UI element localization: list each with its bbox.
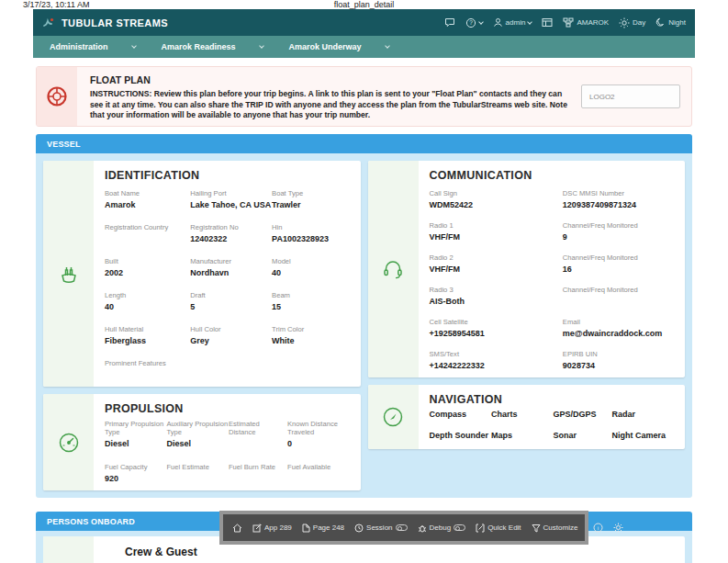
- field-value: Trawler: [272, 200, 349, 209]
- user-icon: [493, 17, 503, 28]
- alert-stripe: [37, 67, 77, 126]
- toolbar-app-label: App 289: [264, 524, 292, 532]
- builder-button[interactable]: [542, 17, 553, 28]
- field-value: 5: [190, 302, 272, 311]
- field: Night Camera: [612, 431, 674, 440]
- chevron-down-icon: [528, 19, 533, 25]
- field-label: Call Sign: [430, 189, 563, 197]
- propulsion-card: PROPULSION Primary Propulsion TypeDiesel…: [43, 394, 361, 490]
- chat-bubble-icon: [444, 17, 455, 28]
- field-label: Hailing Port: [190, 189, 272, 197]
- field-value: 12402322: [190, 234, 272, 243]
- help-icon: ?: [465, 17, 476, 28]
- field-value: [287, 474, 349, 483]
- field-value: [563, 297, 674, 306]
- nav-amarok-underway[interactable]: Amarok Underway: [276, 36, 402, 58]
- field-label: Cell Satellite: [430, 318, 563, 326]
- field-value: Diesel: [105, 439, 166, 448]
- field: Radar: [612, 410, 674, 419]
- field: ManufacturerNordhavn: [190, 257, 272, 277]
- field-label: Built: [105, 257, 190, 265]
- field-value: VHF/FM: [430, 232, 563, 242]
- propulsion-content: PROPULSION Primary Propulsion TypeDiesel…: [94, 394, 361, 490]
- identification-content: IDENTIFICATION Boat NameAmarokHailing Po…: [94, 161, 361, 387]
- toolbar-page-button[interactable]: Page 248: [302, 524, 344, 533]
- identification-title: IDENTIFICATION: [105, 169, 350, 182]
- nav-administration[interactable]: Administration: [37, 36, 149, 58]
- theme-day-button[interactable]: Day: [619, 17, 645, 28]
- theme-night-button[interactable]: Night: [655, 17, 686, 28]
- field: Radio 3AIS-Both: [430, 286, 563, 306]
- help-menu[interactable]: ?: [465, 17, 483, 28]
- vessel-section-body: IDENTIFICATION Boat NameAmarokHailing Po…: [36, 153, 692, 498]
- field-label: Registration No: [190, 223, 272, 231]
- toolbar-quick-edit-label: Quick Edit: [487, 524, 521, 532]
- field-value: 0: [287, 439, 349, 448]
- field-value: [229, 474, 287, 483]
- toolbar-app-button[interactable]: App 289: [252, 524, 292, 533]
- compass-icon: [381, 405, 405, 429]
- toolbar-session-label: Session: [366, 524, 392, 532]
- identification-fields: Boat NameAmarokHailing PortLake Tahoe, C…: [105, 189, 350, 379]
- main-nav: Administration Amarok Readiness Amarok U…: [33, 36, 695, 58]
- field: EPIRB UIN9028734: [563, 350, 674, 370]
- field-value: 9028734: [563, 361, 674, 370]
- field: Prominent Features: [105, 359, 190, 379]
- svg-text:?: ?: [469, 19, 473, 26]
- toolbar-quick-edit-button[interactable]: Quick Edit: [476, 524, 521, 533]
- brand-title: TUBULAR STREAMS: [62, 17, 168, 28]
- field-value: 2002: [105, 268, 190, 277]
- navigation-equipment-list: CompassChartsGPS/DGPSRadarDepth SounderM…: [430, 410, 675, 440]
- session-toggle[interactable]: [396, 524, 408, 531]
- field: Registration No12402322: [190, 223, 272, 243]
- field-value: VHF/FM: [430, 265, 563, 274]
- toolbar-home-button[interactable]: [232, 524, 242, 533]
- top-bar: TUBULAR STREAMS ?: [33, 9, 695, 36]
- field: Trim ColorWhite: [272, 325, 349, 345]
- field-value: Fiberglass: [105, 336, 190, 345]
- svg-text:i: i: [598, 525, 599, 531]
- field: Model40: [272, 257, 349, 277]
- field: Built2002: [105, 257, 190, 277]
- ship-icon: [57, 262, 81, 286]
- chevron-down-icon: [478, 19, 484, 25]
- toolbar-session-button[interactable]: Session: [354, 524, 407, 533]
- user-menu[interactable]: admin: [493, 17, 532, 28]
- debug-toggle[interactable]: [454, 524, 465, 531]
- equipment-item: Maps: [491, 431, 553, 440]
- field-value: WDM52422: [430, 200, 563, 209]
- crew-guest-title: Crew & Guest: [125, 546, 683, 563]
- field: Registration Country: [105, 223, 190, 243]
- field-label: Radio 1: [430, 221, 563, 230]
- sun-icon: [619, 17, 630, 28]
- float-plan-instructions: INSTRUCTIONS: Review this plan before yo…: [90, 89, 568, 121]
- communication-fields: Call SignWDM52422DSC MMSI Number12093874…: [430, 189, 675, 370]
- field-value: me@dwaincraddock.com: [563, 329, 674, 338]
- toolbar-page-label: Page 248: [313, 524, 344, 532]
- toolbar-customize-button[interactable]: Customize: [532, 524, 578, 533]
- nav-amarok-readiness[interactable]: Amarok Readiness: [149, 36, 276, 58]
- toolbar-debug-button[interactable]: Debug: [418, 524, 466, 533]
- brand[interactable]: TUBULAR STREAMS: [42, 17, 168, 29]
- grid-window-icon: [542, 17, 553, 28]
- field: GPS/DGPS: [553, 410, 611, 419]
- field-label: Registration Country: [105, 223, 190, 231]
- toolbar-settings-button[interactable]: [613, 523, 623, 533]
- field-label: Estimated Distance: [229, 420, 287, 436]
- toolbar-info-button[interactable]: i: [593, 523, 603, 533]
- feedback-button[interactable]: [444, 17, 455, 28]
- gauge-icon: [57, 431, 81, 455]
- navigation-title: NAVIGATION: [430, 393, 675, 406]
- field-value: Amarok: [105, 200, 190, 209]
- field-value: Nordhavn: [190, 268, 272, 277]
- field-value: 9: [563, 232, 674, 242]
- app-switcher[interactable]: AMAROK: [563, 17, 609, 28]
- field: Draft5: [190, 291, 272, 311]
- field: Fuel Available: [287, 463, 349, 483]
- field: Length40: [105, 291, 190, 311]
- equipment-item: Night Camera: [612, 431, 674, 440]
- field-label: Radio 2: [430, 253, 563, 262]
- alert-body: FLOAT PLAN INSTRUCTIONS: Review this pla…: [77, 67, 581, 126]
- field-label: Draft: [190, 291, 272, 299]
- chevron-down-icon: [259, 43, 264, 49]
